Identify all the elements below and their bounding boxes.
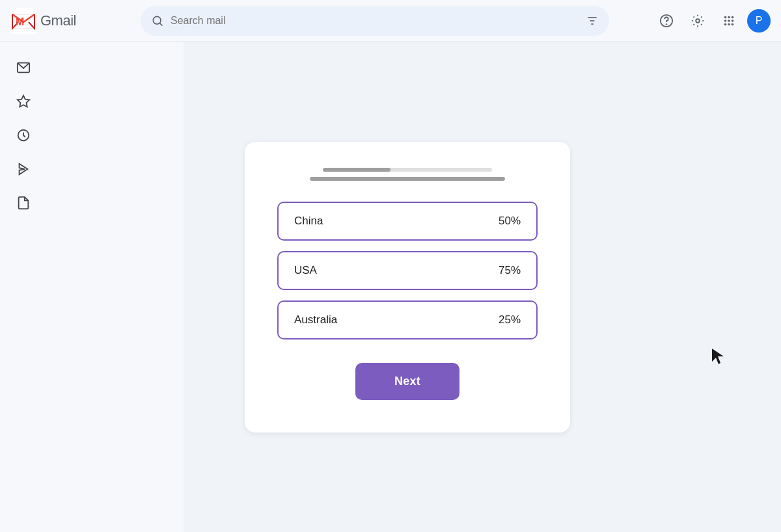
svg-point-17 bbox=[732, 20, 734, 22]
gmail-label: Gmail bbox=[40, 12, 76, 29]
sidebar-icon-snoozed[interactable] bbox=[8, 120, 39, 151]
topbar-right: P bbox=[653, 8, 771, 34]
help-button[interactable] bbox=[653, 8, 679, 34]
next-button[interactable]: Next bbox=[355, 363, 459, 400]
search-icon bbox=[151, 14, 164, 27]
svg-line-5 bbox=[160, 23, 163, 25]
svg-point-15 bbox=[724, 20, 727, 22]
svg-point-4 bbox=[153, 16, 161, 24]
progress-bar-2 bbox=[310, 177, 505, 181]
option-australia[interactable]: Australia 25% bbox=[277, 300, 538, 339]
sidebar-icon-sent[interactable] bbox=[8, 153, 39, 185]
svg-point-16 bbox=[728, 20, 730, 22]
search-bar[interactable] bbox=[141, 6, 609, 36]
svg-point-11 bbox=[696, 19, 700, 23]
svg-point-18 bbox=[724, 23, 727, 25]
svg-point-12 bbox=[724, 16, 727, 18]
topbar: M Gmail bbox=[0, 0, 781, 42]
option-australia-value: 25% bbox=[499, 313, 521, 326]
right-panel bbox=[631, 42, 781, 532]
svg-point-13 bbox=[728, 16, 730, 18]
svg-point-10 bbox=[666, 24, 667, 25]
option-china[interactable]: China 50% bbox=[277, 202, 538, 241]
option-china-label: China bbox=[294, 215, 323, 228]
option-china-value: 50% bbox=[499, 215, 521, 228]
sidebar-icon-starred[interactable] bbox=[8, 86, 39, 117]
svg-marker-24 bbox=[20, 164, 28, 175]
option-australia-label: Australia bbox=[294, 313, 337, 326]
logo-area: M Gmail bbox=[10, 8, 141, 34]
progress-area bbox=[277, 168, 538, 181]
main-layout: China 50% USA 75% Australia 25% Next bbox=[0, 42, 781, 532]
svg-point-14 bbox=[732, 16, 734, 18]
progress-bar-2-fill bbox=[310, 177, 505, 181]
quiz-card: China 50% USA 75% Australia 25% Next bbox=[245, 142, 570, 432]
option-usa[interactable]: USA 75% bbox=[277, 251, 538, 290]
main-content: China 50% USA 75% Australia 25% Next bbox=[184, 42, 631, 532]
sidebar-icon-inbox[interactable] bbox=[8, 52, 39, 83]
avatar[interactable]: P bbox=[747, 9, 771, 33]
gmail-logo-icon: M bbox=[10, 8, 36, 34]
search-input[interactable] bbox=[171, 15, 579, 27]
option-usa-value: 75% bbox=[499, 264, 521, 277]
svg-point-19 bbox=[728, 23, 730, 25]
progress-bar-1 bbox=[323, 168, 492, 172]
left-panel bbox=[47, 42, 184, 532]
left-sidebar-icons bbox=[0, 42, 47, 532]
option-usa-label: USA bbox=[294, 264, 317, 277]
svg-text:M: M bbox=[16, 16, 24, 27]
progress-bar-1-fill bbox=[323, 168, 390, 172]
sidebar-icon-drafts[interactable] bbox=[8, 187, 39, 219]
svg-point-20 bbox=[732, 23, 734, 25]
filter-icon[interactable] bbox=[586, 14, 599, 27]
settings-button[interactable] bbox=[685, 8, 711, 34]
options-list: China 50% USA 75% Australia 25% bbox=[277, 202, 538, 339]
apps-button[interactable] bbox=[716, 8, 742, 34]
svg-marker-22 bbox=[18, 96, 29, 107]
